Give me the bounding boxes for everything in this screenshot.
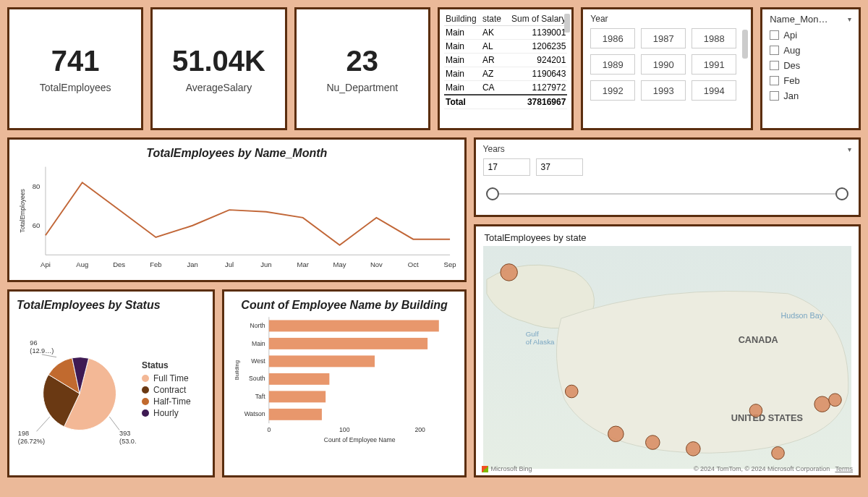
bar-chart-card: Count of Employee Name by Building North…	[222, 289, 466, 477]
svg-point-23	[565, 385, 578, 398]
range-from-input[interactable]	[483, 158, 530, 176]
terms-link[interactable]: Terms	[835, 465, 853, 472]
svg-line-37	[42, 354, 56, 357]
svg-text:North: North	[250, 322, 265, 329]
svg-point-25	[645, 436, 660, 450]
svg-rect-41	[269, 320, 439, 331]
year-button[interactable]: 1992	[590, 80, 635, 101]
svg-rect-43	[269, 338, 427, 349]
svg-text:Gulf: Gulf	[525, 330, 538, 338]
kpi-label: AverageSalary	[186, 82, 252, 93]
line-chart-card: TotalEmployees by Name_Month 6080ApiAugD…	[7, 137, 467, 282]
scrollbar[interactable]	[742, 30, 748, 59]
map-attribution-left: Microsoft Bing	[482, 465, 532, 472]
svg-point-27	[749, 404, 762, 417]
svg-text:198: 198	[18, 429, 29, 436]
bing-icon	[482, 466, 488, 472]
svg-text:60: 60	[33, 221, 41, 229]
chart-title: Count of Employee Name by Building	[231, 299, 456, 312]
kpi-label: Nu_Department	[326, 82, 398, 93]
map[interactable]: Gulfof AlaskaHudson BayCANADAUNITED STAT…	[483, 246, 851, 469]
table-row[interactable]: MainAL1206235	[444, 40, 567, 54]
line-chart[interactable]: 6080ApiAugDesFebJanJulJunMarMayNovOctSep…	[17, 161, 457, 271]
month-checkbox-row[interactable]: Api	[770, 27, 851, 43]
slicer-title: Name_Mon…	[770, 14, 827, 25]
svg-text:Oct: Oct	[408, 260, 419, 268]
legend-item[interactable]: Full Time	[142, 373, 191, 383]
svg-text:(12.9…): (12.9…)	[30, 347, 54, 354]
chevron-down-icon[interactable]: ▾	[848, 145, 851, 153]
svg-text:Taft: Taft	[255, 393, 266, 400]
kpi-nu-department: 23 Nu_Department	[294, 7, 430, 130]
year-button[interactable]: 1986	[590, 28, 635, 48]
svg-text:Jan: Jan	[187, 260, 198, 268]
checkbox-label: Feb	[783, 75, 799, 86]
bar-chart[interactable]: NorthMainWestSouthTaftWatson0100200Count…	[231, 313, 456, 444]
table-header[interactable]: state	[481, 12, 505, 26]
checkbox-label: Aug	[783, 45, 800, 56]
salary-table[interactable]: BuildingstateSum of Salary MainAK1139001…	[444, 12, 567, 109]
month-checkbox-row[interactable]: Des	[770, 58, 851, 73]
salary-table-card: BuildingstateSum of Salary MainAK1139001…	[438, 7, 574, 130]
table-header[interactable]: Sum of Salary	[505, 12, 568, 26]
table-row[interactable]: MainAK1139001	[444, 26, 567, 40]
year-button[interactable]: 1987	[641, 28, 686, 48]
legend-item[interactable]: Half-Time	[142, 396, 191, 407]
year-button[interactable]: 1988	[692, 28, 736, 48]
svg-text:Aug: Aug	[76, 260, 88, 268]
svg-rect-51	[269, 409, 322, 420]
year-button[interactable]: 1993	[641, 80, 686, 101]
svg-text:Sep: Sep	[444, 260, 456, 268]
year-button[interactable]: 1991	[692, 54, 736, 75]
checkbox-icon[interactable]	[770, 76, 779, 85]
svg-point-30	[771, 446, 784, 459]
pie-legend: StatusFull TimeContractHalf-TimeHourly	[142, 360, 191, 420]
table-total-value: 37816967	[505, 95, 568, 109]
pie-chart[interactable]: 393(53.0…)198(26.72%)96(12.9…)	[17, 331, 136, 450]
legend-item[interactable]: Hourly	[142, 408, 191, 418]
svg-point-28	[814, 396, 830, 412]
years-range-slicer: Years ▾	[474, 137, 861, 217]
svg-line-39	[109, 417, 119, 430]
svg-line-38	[37, 417, 50, 431]
month-checkbox-row[interactable]: Aug	[770, 43, 851, 58]
svg-text:UNITED STATES: UNITED STATES	[731, 412, 802, 423]
svg-text:Jun: Jun	[260, 260, 271, 268]
checkbox-icon[interactable]	[770, 91, 779, 101]
svg-text:96: 96	[30, 339, 37, 347]
slider-handle-max[interactable]	[835, 187, 848, 200]
legend-item[interactable]: Contract	[142, 385, 191, 395]
checkbox-icon[interactable]	[770, 30, 779, 40]
svg-text:Watson: Watson	[244, 410, 265, 417]
pie-chart-card: TotalEmployees by Status 393(53.0…)198(2…	[7, 289, 215, 477]
table-header[interactable]: Building	[444, 12, 481, 26]
checkbox-icon[interactable]	[770, 61, 779, 70]
kpi-value: 51.04K	[172, 45, 265, 77]
table-row[interactable]: MainCA1127972	[444, 81, 567, 95]
chevron-down-icon[interactable]: ▾	[848, 15, 851, 23]
table-row[interactable]: MainAZ1190643	[444, 67, 567, 81]
month-checkbox-row[interactable]: Feb	[770, 73, 851, 88]
checkbox-label: Api	[783, 30, 797, 41]
slider-handle-min[interactable]	[486, 187, 499, 200]
year-button[interactable]: 1990	[641, 54, 686, 75]
svg-text:Feb: Feb	[150, 260, 161, 268]
map-attribution-right: © 2024 TomTom, © 2024 Microsoft Corporat…	[694, 465, 853, 472]
svg-point-26	[686, 442, 700, 456]
svg-text:(53.0…): (53.0…)	[119, 437, 136, 444]
range-slider[interactable]	[483, 184, 851, 206]
kpi-value: 741	[51, 45, 100, 77]
checkbox-icon[interactable]	[770, 46, 779, 55]
svg-point-29	[828, 394, 841, 407]
month-checkbox-row[interactable]: Jan	[770, 88, 851, 103]
svg-text:Nov: Nov	[370, 260, 383, 268]
scrollbar[interactable]	[564, 14, 570, 33]
svg-text:Main: Main	[252, 340, 265, 347]
range-to-input[interactable]	[536, 158, 583, 176]
svg-text:CANADA: CANADA	[738, 334, 778, 345]
table-row[interactable]: MainAR924201	[444, 54, 567, 67]
year-button[interactable]: 1989	[590, 54, 635, 75]
svg-text:Des: Des	[113, 260, 125, 268]
legend-title: Status	[142, 360, 191, 370]
year-button[interactable]: 1994	[692, 80, 736, 101]
